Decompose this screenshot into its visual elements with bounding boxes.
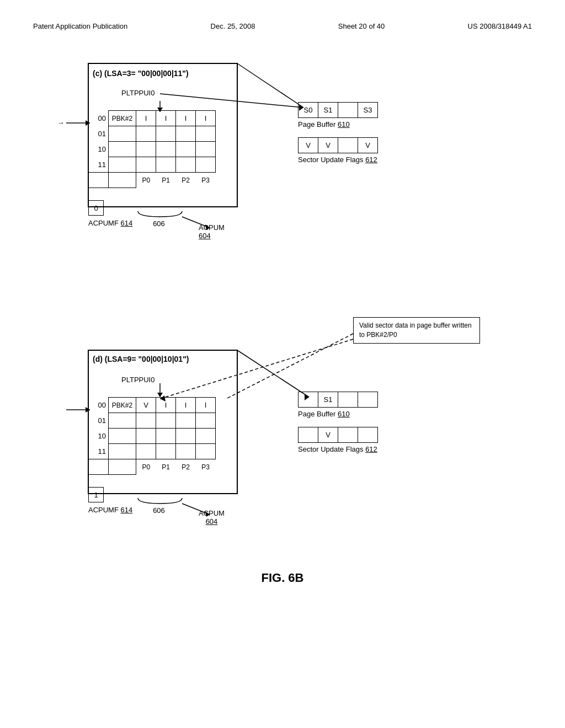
header-patent: US 2008/318449 A1 [468,22,532,30]
d-pb-s1: S1 [318,392,338,408]
pb-s1: S1 [318,103,338,118]
d-cell-00-2: I [176,398,196,413]
header-sheet: Sheet 20 of 40 [338,22,385,30]
pb-s3: S3 [358,103,378,118]
cell-00-3: I [196,111,216,126]
cell-01-1 [156,126,176,142]
diagram-d-sf-label: Sector Update Flags 612 [298,445,378,453]
row-label-00: 00 [89,111,109,126]
d-cell-11-header [109,444,136,459]
d-sf-2 [338,427,358,443]
sf-2 [338,138,358,153]
cell-00-0: I [136,111,156,126]
header-date: Dec. 25, 2008 [211,22,255,30]
diagram-c-title: (c) (LSA=3= "00|00|00|11") [93,69,189,78]
svg-text:→: → [57,119,65,127]
cell-10-2 [176,142,196,157]
cell-11-3 [196,157,216,173]
d-col-label-p1: P1 [156,459,176,475]
header-left: Patent Application Publication [33,22,127,30]
svg-marker-21 [157,393,163,397]
d-pb-s0 [299,392,318,408]
d-col-label-p3: P3 [196,459,216,475]
diagram-d-grid: 00 PBK#2 V I I I 01 10 [88,397,216,475]
cell-01-0 [136,126,156,142]
pb-s0: S0 [299,103,318,118]
d-sf-3 [358,427,378,443]
d-pbk-label: PBK#2 [109,398,136,413]
diagram-d-pltppui: PLTPPUI0 [121,376,154,384]
cell-10-0 [136,142,156,157]
diagram-d: Valid sector data in page buffer written… [33,317,532,549]
d-sf-1: V [318,427,338,443]
row-label-11: 11 [89,157,109,173]
diagram-c-pb-label: Page Buffer 610 [298,120,378,129]
diagram-c-acpumf-value: 0 [88,200,104,216]
sf-1: V [318,138,338,153]
cell-01-header [109,126,136,142]
col-label-p1: P1 [156,173,176,188]
d-row-label-01: 01 [89,413,109,429]
svg-line-15 [226,334,353,399]
row-label-10: 10 [89,142,109,157]
diagram-d-sector-flags: V [298,427,378,443]
header: Patent Application Publication Dec. 25, … [33,22,532,30]
diagram-d-acpumf-label: ACPUMF 614 [88,506,132,514]
cell-10-1 [156,142,176,157]
svg-line-2 [160,94,303,108]
diagram-c-acpum-label: ACPUM 604 [199,223,225,240]
d-cell-10-3 [196,429,216,444]
diagram-d-pb-label: Page Buffer 610 [298,410,378,418]
pb-s2 [338,103,358,118]
row-label-01: 01 [89,126,109,142]
diagram-d-page-buffer: S1 [298,392,378,408]
col-label-p3: P3 [196,173,216,188]
page: Patent Application Publication Dec. 25, … [0,0,565,728]
svg-line-16 [160,339,353,399]
diagram-c-sf-label: Sector Update Flags 612 [298,156,378,164]
cell-11-header [109,157,136,173]
svg-line-18 [237,350,309,397]
fig-label: FIG. 6B [33,571,532,585]
diagram-d-acpumf-value: 1 [88,487,104,502]
d-cell-10-1 [156,429,176,444]
cell-11-2 [176,157,196,173]
d-cell-00-1: I [156,398,176,413]
d-col-label-p2: P2 [176,459,196,475]
d-cell-00-0: V [136,398,156,413]
d-cell-10-2 [176,429,196,444]
cell-11-0 [136,157,156,173]
d-cell-11-0 [136,444,156,459]
pbk-label: PBK#2 [109,111,136,126]
d-cell-01-0 [136,413,156,429]
d-cell-10-0 [136,429,156,444]
sf-0: V [299,138,318,153]
diagram-c-page-buffer: S0 S1 S3 [298,102,378,118]
col-label-p0: P0 [136,173,156,188]
svg-text:606: 606 [153,220,165,228]
d-cell-01-header [109,413,136,429]
d-row-label-10: 10 [89,429,109,444]
d-cell-11-3 [196,444,216,459]
d-cell-00-3: I [196,398,216,413]
cell-10-3 [196,142,216,157]
d-pb-s2 [338,392,358,408]
d-cell-01-1 [156,413,176,429]
d-row-label-00: 00 [89,398,109,413]
d-cell-11-1 [156,444,176,459]
diagram-d-acpum-label: ACPUM 604 [199,509,225,526]
cell-01-2 [176,126,196,142]
cell-00-1: I [156,111,176,126]
cell-01-3 [196,126,216,142]
sf-3: V [358,138,378,153]
diagram-c-sector-flags: V V V [298,137,378,153]
d-sf-0 [299,427,318,443]
d-cell-01-2 [176,413,196,429]
d-col-label-p0: P0 [136,459,156,475]
diagram-c-grid: 00 PBK#2 I I I I 01 10 [88,110,216,188]
cell-00-2: I [176,111,196,126]
svg-text:606: 606 [153,506,165,515]
d-cell-11-2 [176,444,196,459]
cell-11-1 [156,157,176,173]
diagram-d-title: (d) (LSA=9= "00|00|10|01") [93,355,189,363]
